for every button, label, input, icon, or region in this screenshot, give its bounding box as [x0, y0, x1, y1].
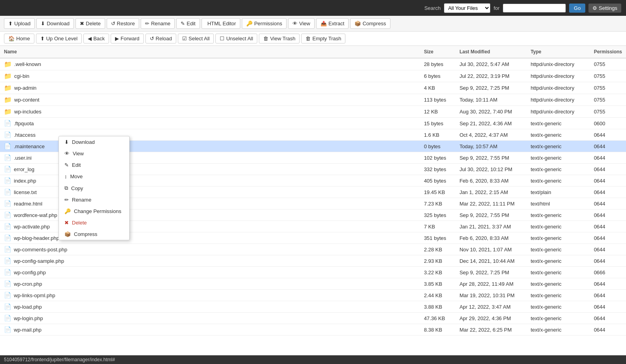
- back-nav-button[interactable]: ◀Back: [83, 34, 109, 43]
- home-icon: 🏠: [8, 36, 15, 41]
- search-input[interactable]: [503, 4, 566, 13]
- file-permissions: 0644: [590, 187, 626, 198]
- file-name: .ftpquota: [14, 121, 34, 126]
- view-button[interactable]: 👁View: [288, 18, 315, 29]
- context-menu: ⬇Download👁View✎Edit↕Move⧉Copy✏Rename🔑Cha…: [58, 136, 130, 240]
- table-row[interactable]: 📁.well-known 28 bytes Jul 30, 2022, 5:47…: [0, 58, 626, 70]
- file-type: text/x-generic: [527, 164, 590, 175]
- select-all-nav-button[interactable]: ☑Select All: [178, 34, 214, 43]
- search-scope-select[interactable]: All Your Files Current Folder: [444, 3, 490, 13]
- upload-icon: ⬆: [8, 21, 13, 26]
- col-header-modified[interactable]: Last Modified: [456, 46, 527, 58]
- file-permissions: 0644: [590, 221, 626, 232]
- unselect-all-icon: ☐: [220, 36, 224, 41]
- go-button[interactable]: Go: [569, 4, 585, 13]
- file-size: 3.88 KB: [420, 301, 456, 313]
- file-permissions: 0644: [590, 129, 626, 141]
- file-name: index.php: [14, 178, 36, 184]
- view-trash-icon: 🗑: [263, 36, 268, 41]
- file-size: 19.45 KB: [420, 187, 456, 198]
- empty-trash-nav-button[interactable]: 🗑Empty Trash: [301, 34, 345, 43]
- table-row[interactable]: 📄wp-config-sample.php 2.93 KB Dec 14, 20…: [0, 255, 626, 267]
- file-name: .well-known: [14, 61, 41, 67]
- reload-nav-button[interactable]: ↺Reload: [145, 34, 176, 43]
- up-one-level-nav-button[interactable]: ⬆Up One Level: [36, 34, 82, 43]
- table-row[interactable]: 📄wp-config.php 3.22 KB Sep 9, 2022, 7:25…: [0, 267, 626, 278]
- file-permissions: 0644: [590, 209, 626, 221]
- folder-icon: 📁: [4, 60, 12, 68]
- rename-button[interactable]: ✏Rename: [141, 18, 175, 29]
- table-row[interactable]: 📁cgi-bin 6 bytes Jul 22, 2022, 3:19 PM h…: [0, 70, 626, 82]
- file-name-cell: 📁.well-known: [0, 58, 420, 70]
- file-name: license.txt: [14, 189, 37, 195]
- table-row[interactable]: 📄wp-mail.php 8.38 KB Mar 22, 2022, 6:25 …: [0, 324, 626, 336]
- file-type: text/x-generic: [527, 175, 590, 187]
- col-header-size[interactable]: Size: [420, 46, 456, 58]
- table-row[interactable]: 📄wp-login.php 47.36 KB Apr 29, 2022, 4:3…: [0, 313, 626, 324]
- cm-delete-icon: ✖: [64, 220, 69, 226]
- file-name-cell: 📁cgi-bin: [0, 70, 420, 82]
- file-icon: 📄: [4, 189, 11, 196]
- table-row[interactable]: 📁wp-includes 12 KB Aug 30, 2022, 7:40 PM…: [0, 106, 626, 118]
- file-type: text/x-generic: [527, 301, 590, 313]
- file-type: text/html: [527, 198, 590, 209]
- file-size: 0 bytes: [420, 141, 456, 152]
- col-header-type[interactable]: Type: [527, 46, 590, 58]
- file-type: text/x-generic: [527, 278, 590, 290]
- file-name-cell: 📄wp-cron.php: [0, 278, 420, 290]
- cm-edit[interactable]: ✎Edit: [59, 159, 129, 171]
- settings-button[interactable]: ⚙ Settings: [588, 4, 621, 13]
- file-type: httpd/unix-directory: [527, 106, 590, 118]
- table-row[interactable]: 📄.ftpquota 15 bytes Sep 21, 2022, 4:36 A…: [0, 118, 626, 129]
- extract-button[interactable]: 📤Extract: [316, 18, 349, 29]
- file-icon: 📄: [4, 246, 11, 253]
- cm-delete[interactable]: ✖Delete: [59, 217, 129, 228]
- cm-move[interactable]: ↕Move: [59, 171, 129, 182]
- forward-nav-button[interactable]: ▶Forward: [111, 34, 144, 43]
- view-trash-nav-button[interactable]: 🗑View Trash: [259, 34, 300, 43]
- file-name-cell: 📁wp-admin: [0, 82, 420, 94]
- file-icon: 📄: [4, 143, 11, 150]
- cm-rename[interactable]: ✏Rename: [59, 194, 129, 206]
- file-permissions: 0644: [590, 244, 626, 255]
- file-name: wp-content: [14, 97, 40, 103]
- permissions-button[interactable]: 🔑Permissions: [242, 18, 287, 29]
- table-row[interactable]: 📄wp-load.php 3.88 KB Apr 12, 2022, 3:47 …: [0, 301, 626, 313]
- table-row[interactable]: 📄wp-links-opml.php 2.44 KB Mar 19, 2022,…: [0, 290, 626, 301]
- cm-download[interactable]: ⬇Download: [59, 136, 129, 148]
- file-type: httpd/unix-directory: [527, 70, 590, 82]
- file-icon: 📄: [4, 200, 11, 207]
- html-editor-button[interactable]: HTML Editor: [202, 18, 240, 29]
- file-size: 102 bytes: [420, 152, 456, 164]
- file-name: wp-links-opml.php: [14, 292, 55, 298]
- table-row[interactable]: 📁wp-admin 4 KB Sep 9, 2022, 7:25 PM http…: [0, 82, 626, 94]
- col-header-permissions[interactable]: Permissions: [590, 46, 626, 58]
- download-button[interactable]: ⬇Download: [36, 18, 74, 29]
- cm-change-permissions[interactable]: 🔑Change Permissions: [59, 206, 129, 217]
- file-name-cell: 📄wp-mail.php: [0, 324, 420, 336]
- file-permissions: 0644: [590, 301, 626, 313]
- file-modified: Aug 30, 2022, 7:40 PM: [456, 106, 527, 118]
- edit-button[interactable]: ✎Edit: [176, 18, 200, 29]
- file-modified: Sep 9, 2022, 7:55 PM: [456, 209, 527, 221]
- cm-copy[interactable]: ⧉Copy: [59, 182, 129, 194]
- restore-button[interactable]: ↺Restore: [107, 18, 140, 29]
- file-size: 332 bytes: [420, 164, 456, 175]
- file-permissions: 0755: [590, 58, 626, 70]
- empty-trash-icon: 🗑: [305, 36, 311, 41]
- col-header-name[interactable]: Name: [0, 46, 420, 58]
- table-row[interactable]: 📁wp-content 113 bytes Today, 10:11 AM ht…: [0, 94, 626, 106]
- upload-button[interactable]: ⬆Upload: [4, 18, 35, 29]
- file-modified: Dec 14, 2021, 10:44 AM: [456, 255, 527, 267]
- file-type: text/x-generic: [527, 313, 590, 324]
- cm-view[interactable]: 👁View: [59, 148, 129, 159]
- compress-button[interactable]: 📦Compress: [350, 18, 390, 29]
- unselect-all-nav-button[interactable]: ☐Unselect All: [215, 34, 257, 43]
- table-row[interactable]: 📄wp-comments-post.php 2.28 KB Nov 10, 20…: [0, 244, 626, 255]
- table-row[interactable]: 📄wp-cron.php 3.85 KB Apr 28, 2022, 11:49…: [0, 278, 626, 290]
- cm-compress[interactable]: 📦Compress: [59, 228, 129, 240]
- home-nav-button[interactable]: 🏠Home: [4, 34, 34, 43]
- file-icon: 📄: [4, 315, 11, 322]
- delete-button[interactable]: ✖Delete: [75, 18, 105, 29]
- file-modified: Jul 22, 2022, 3:19 PM: [456, 70, 527, 82]
